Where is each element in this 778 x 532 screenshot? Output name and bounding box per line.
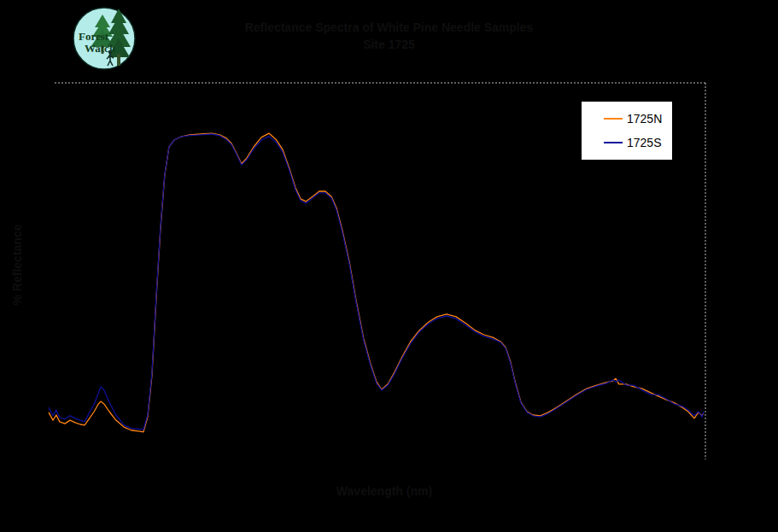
plot-area [0, 0, 778, 532]
series-line-1725S [49, 134, 704, 430]
series-line-swatch-orange [604, 118, 623, 120]
x-axis-title: Wavelength (nm) [336, 484, 432, 498]
legend-label: 1725N [627, 113, 662, 125]
legend-entry-1725S: 1725S [604, 135, 672, 150]
legend-box: 1725N 1725S [581, 101, 673, 161]
data-series-group [49, 133, 704, 432]
y-axis-title: % Reflectance [10, 225, 24, 306]
chart-canvas: Forest Watch Reflectance Spectra of Whit… [0, 0, 778, 532]
series-line-1725N [49, 133, 704, 432]
legend-entry-1725N: 1725N [604, 111, 672, 126]
legend-label: 1725S [627, 137, 661, 149]
series-line-swatch-navy [604, 142, 623, 143]
